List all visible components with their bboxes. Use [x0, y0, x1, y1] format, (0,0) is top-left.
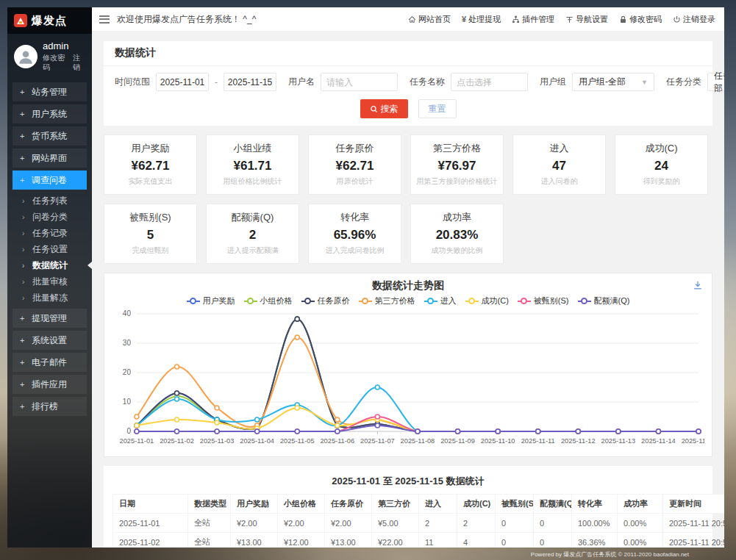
stat-card-value: 24	[618, 159, 705, 173]
stat-card-title: 用户奖励	[107, 142, 194, 155]
topbar-link[interactable]: 修改密码	[619, 14, 662, 25]
topbar-link[interactable]: 插件管理	[512, 14, 554, 25]
topbar-link-label: 导航设置	[576, 14, 608, 25]
legend-item[interactable]: 小组价格	[244, 295, 293, 306]
plugin-icon	[512, 15, 520, 24]
sidebar-item-label: 数据统计	[32, 259, 68, 272]
sidebar-item[interactable]: +插件应用	[12, 375, 87, 394]
stat-card-desc: 得到奖励的	[618, 176, 705, 187]
sidebar-item[interactable]: +网站界面	[12, 148, 87, 168]
table-cell: 2025-11-11 20:58:58	[663, 514, 725, 533]
table-column-header: 进入	[419, 495, 457, 514]
legend-item[interactable]: 任务原价	[301, 295, 350, 306]
nav-icon	[565, 15, 574, 24]
sidebar-item[interactable]: +系统设置	[12, 331, 87, 350]
topbar-link[interactable]: 导航设置	[565, 14, 608, 25]
legend-item[interactable]: 第三方价格	[359, 295, 415, 306]
stat-card: 进入47进入问卷的	[512, 134, 606, 195]
legend-item[interactable]: 配额满(Q)	[578, 295, 630, 306]
avatar[interactable]	[14, 45, 37, 68]
table-column-header: 小组价格	[278, 495, 325, 514]
username-input[interactable]	[321, 73, 398, 91]
app-logo[interactable]: 爆发点	[7, 7, 92, 34]
sidebar-item[interactable]: +电子邮件	[12, 353, 87, 372]
table-cell: 全站	[188, 514, 231, 533]
table-column-header: 数据类型	[188, 495, 231, 514]
stat-card-value: 20.83%	[413, 228, 501, 243]
topbar-link[interactable]: 网站首页	[408, 14, 451, 25]
sidebar-item[interactable]: ›问卷分类	[7, 209, 92, 225]
sidebar-item[interactable]: +用户系统	[12, 104, 87, 123]
legend-marker-icon	[359, 301, 372, 302]
table-cell: 2	[457, 514, 496, 533]
date-to-input[interactable]	[224, 73, 276, 91]
stats-table: 日期数据类型用户奖励小组价格任务原价第三方价进入成功(C)被甄别(S)配额满(Q…	[112, 494, 724, 548]
sidebar-item[interactable]: +货币系统	[12, 126, 87, 146]
download-icon[interactable]	[693, 280, 703, 293]
reset-button[interactable]: 重置	[418, 99, 457, 118]
legend-item[interactable]: 成功(C)	[465, 295, 509, 306]
search-button-label: 搜索	[381, 103, 399, 115]
usergroup-select[interactable]: 用户组-全部 ▼	[572, 73, 654, 91]
taskcat-select[interactable]: 任务分类-全部 ▼	[707, 73, 724, 91]
date-from-input[interactable]	[156, 73, 209, 91]
sidebar-item[interactable]: ›任务设置	[7, 241, 92, 257]
svg-text:2025-11-01: 2025-11-01	[120, 437, 154, 445]
sidebar-item-label: 用户系统	[32, 108, 67, 121]
legend-marker-icon	[244, 301, 257, 302]
stat-cards-row-1: 用户奖励¥62.71实际充值支出小组业绩¥61.71用组价格比例统计任务原价¥6…	[104, 134, 712, 195]
taskname-input[interactable]	[451, 73, 528, 91]
plus-icon: +	[20, 358, 32, 367]
sidebar-item-label: 批量审核	[32, 276, 68, 288]
sidebar-item[interactable]: ›任务列表	[7, 193, 92, 209]
usergroup-label: 用户组	[540, 76, 566, 88]
table-column-header: 日期	[113, 495, 188, 514]
sidebar-item-label: 批量解冻	[32, 292, 68, 304]
stat-card-value: 65.96%	[311, 228, 399, 243]
stat-card-value: 2	[209, 228, 296, 243]
sidebar-item[interactable]: +提现管理	[12, 309, 87, 328]
welcome-text: 欢迎使用爆发点广告任务系统！ ^_^	[117, 13, 256, 26]
user-action-link[interactable]: 修改密码	[43, 54, 69, 72]
stat-card-value: 47	[515, 159, 603, 173]
svg-text:2025-11-10: 2025-11-10	[481, 437, 515, 445]
stat-card-title: 小组业绩	[209, 142, 296, 155]
sidebar-item[interactable]: +调查问卷	[12, 170, 87, 190]
search-button[interactable]: 搜索	[360, 99, 408, 118]
legend-label: 被甄别(S)	[534, 295, 569, 306]
table-cell: 0	[496, 533, 534, 548]
legend-marker-icon	[301, 301, 315, 302]
stat-card: 小组业绩¥61.71用组价格比例统计	[206, 134, 299, 195]
stat-card: 任务原价¥62.71用原价统计	[308, 134, 401, 195]
stat-card-title: 配额满(Q)	[209, 211, 296, 224]
sidebar-item[interactable]: ›任务记录	[7, 225, 92, 241]
table-cell: 0	[496, 514, 534, 533]
topbar-link[interactable]: 注销登录	[673, 14, 715, 25]
legend-item[interactable]: 用户奖励	[187, 295, 235, 306]
user-links: 修改密码注销	[43, 54, 86, 72]
legend-marker-icon	[465, 301, 479, 302]
sidebar-item[interactable]: +排行榜	[12, 397, 87, 416]
user-action-link[interactable]: 注销	[73, 54, 86, 72]
legend-marker-icon	[187, 301, 200, 302]
legend-item[interactable]: 进入	[424, 295, 457, 306]
topbar-link-label: 处理提现	[468, 14, 501, 25]
stat-card-title: 第三方价格	[413, 142, 501, 155]
sidebar-item-label: 问卷分类	[32, 211, 68, 223]
plus-icon: +	[20, 154, 32, 162]
table-row: 2025-11-02全站¥13.00¥12.00¥13.00¥22.001140…	[113, 533, 725, 548]
svg-text:2025-11-03: 2025-11-03	[200, 437, 235, 445]
legend-item[interactable]: 被甄别(S)	[518, 295, 569, 306]
power-icon	[673, 15, 681, 24]
sidebar-item[interactable]: +站务管理	[12, 82, 87, 101]
chevron-right-icon: ›	[22, 294, 32, 302]
stat-card-desc: 进入提示配额满	[209, 245, 296, 256]
lock-icon	[619, 15, 627, 24]
sidebar-item[interactable]: ›数据统计	[7, 257, 92, 273]
sidebar-item[interactable]: ›批量审核	[7, 273, 92, 290]
table-cell: 100.00%	[572, 514, 618, 533]
table-cell: ¥2.00	[231, 514, 278, 533]
sidebar-item[interactable]: ›批量解冻	[7, 290, 92, 306]
topbar-link[interactable]: ¥处理提现	[462, 14, 501, 25]
sidebar-toggle-icon[interactable]	[99, 15, 110, 24]
